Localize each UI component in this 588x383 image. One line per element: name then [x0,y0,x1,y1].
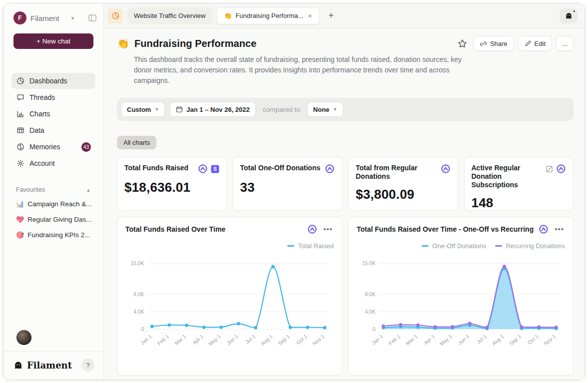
sidebar-item-account[interactable]: Account [11,155,95,171]
compared-to-label: compared to [261,106,302,113]
chart-legend: One-Off DonationsRecurring Donations [357,242,565,250]
sidebar-item-dashboards[interactable]: Dashboards [11,73,95,89]
svg-text:Sep 1: Sep 1 [277,334,291,347]
tab-website-traffic-overview[interactable]: Website Traffic Overview [127,7,212,24]
sidebar-item-label: Memories [29,143,60,151]
svg-text:Sep 1: Sep 1 [509,334,523,347]
svg-text:4.0K: 4.0K [133,309,144,315]
link-icon [480,40,487,47]
svg-text:Jan 1: Jan 1 [139,334,153,346]
sidebar-item-memories[interactable]: Memories43 [11,139,95,155]
stripe-icon: S [211,165,219,173]
svg-text:0: 0 [141,327,144,332]
kpi-card-total-funds-raised: Total Funds RaisedS$18,636.01 [117,157,227,211]
svg-text:15.0K: 15.0K [362,261,375,266]
svg-text:Apr 1: Apr 1 [423,334,436,346]
chevron-down-icon: ▼ [154,107,159,112]
peak-circle-icon [325,164,335,174]
all-charts-filter-button[interactable]: All charts [117,136,156,149]
pie-chart-icon [111,11,120,20]
tabs: Website Traffic Overview👏Fundraising Per… [127,7,320,24]
sidebar-item-label: Dashboards [29,77,67,85]
favourite-emoji-icon: 🎯 [16,231,24,239]
card-value: 33 [240,180,335,195]
tab-fundraising-performa[interactable]: 👏Fundraising Performa...× [216,7,319,24]
favourite-emoji-icon: 💖 [16,216,24,223]
chart-more-button[interactable]: ••• [322,226,334,233]
tab-label: Website Traffic Overview [134,12,205,19]
legend-item-total-raised: Total Raised [287,242,334,250]
favourite-item-fundraising-kpis-2[interactable]: 🎯Fundraising KPIs 2... [11,227,95,243]
sidebar-item-label: Data [29,126,44,134]
svg-text:Oct 1: Oct 1 [295,334,308,346]
svg-text:Oct 1: Oct 1 [527,334,540,346]
close-tab-button[interactable]: × [307,12,312,20]
svg-text:Jul 1: Jul 1 [476,334,488,345]
bar-chart-icon [16,110,24,118]
collapse-sidebar-button[interactable] [88,14,96,21]
card-title: Total Funds Raised [124,164,195,172]
date-range-picker[interactable]: Jan 1 – Nov 26, 2022 [170,102,255,117]
svg-text:4.0K: 4.0K [365,309,375,315]
speech-bubble-icon [16,93,24,101]
favourite-item-campaign-reach[interactable]: 📊Campaign Reach &... [11,196,95,212]
more-actions-button[interactable]: … [556,36,574,51]
dashboards-home-button[interactable] [108,8,123,23]
svg-text:Jul 1: Jul 1 [244,334,256,345]
chart-legend: Total Raised [125,242,334,250]
chart-plot: 04.0K8.0K15.0KJan 1Feb 1Mar 1Apr 1May 1J… [125,252,334,371]
dashboard-content: 👏 Fundraising Performance Share Edit [104,28,585,380]
share-button[interactable]: Share [473,36,514,51]
sidebar-item-threads[interactable]: Threads [11,89,95,105]
svg-text:Feb 1: Feb 1 [156,334,170,347]
peak-circle-icon [198,164,208,174]
favourites-header[interactable]: Favourites ▲ [16,186,91,193]
peak-circle-icon [539,224,549,234]
pie-chart-icon [16,77,24,85]
peak-circle-icon [441,164,451,174]
kpi-card-total-one-off-donations: Total One-Off Donations33 [233,157,343,211]
svg-text:May 1: May 1 [207,334,222,347]
sidebar-item-label: Threads [29,93,55,101]
comparison-dropdown[interactable]: None ▼ [307,102,343,117]
sidebar-item-charts[interactable]: Charts [11,106,95,122]
favourite-item-regular-giving-das[interactable]: 💖Regular Giving Das... [11,212,95,227]
legend-item-recurring-donations: Recurring Donations [495,242,565,250]
card-value: 148 [472,195,567,211]
dashboard-emoji: 👏 [117,37,129,49]
new-tab-button[interactable]: + [324,10,339,21]
panel-icon [88,14,96,21]
share-label: Share [490,40,508,47]
ghost-icon [565,11,573,20]
svg-text:15.0K: 15.0K [130,261,144,266]
chart-plot: 04.0K8.0K15.0KJan 1Feb 1Mar 1Apr 1May 1J… [357,252,565,371]
filter-bar: Custom ▼ Jan 1 – Nov 26, 2022 compared t… [117,98,574,121]
favorite-star-button[interactable] [456,37,469,50]
edit-button[interactable]: Edit [518,36,552,51]
workspace-switcher[interactable]: F Filament ▼ [3,3,103,29]
user-avatar[interactable] [16,330,31,345]
sidebar-item-data[interactable]: Data [11,122,95,138]
workspace-name: Filament [30,14,59,22]
favourite-label: Regular Giving Das... [27,216,91,223]
chart-more-button[interactable]: ••• [554,226,565,233]
sidebar: F Filament ▼ + New chat DashboardsThread… [3,3,104,380]
svg-text:Jan 1: Jan 1 [371,334,384,346]
peak-circle-icon [307,224,317,234]
chevron-down-icon: ▼ [333,107,337,112]
svg-text:Mar 1: Mar 1 [405,334,419,347]
assistant-button[interactable]: ✦ [560,8,578,23]
card-value: $3,800.09 [356,187,451,202]
favourite-label: Fundraising KPIs 2... [27,231,90,239]
help-button[interactable]: ? [81,359,94,372]
range-type-dropdown[interactable]: Custom ▼ [121,102,165,117]
edit-label: Edit [535,40,546,47]
svg-text:Aug 1: Aug 1 [260,334,274,347]
svg-text:Aug 1: Aug 1 [491,334,505,347]
comparison-value: None [313,106,330,113]
date-range-value: Jan 1 – Nov 26, 2022 [186,106,249,113]
tab-label: Fundraising Performa... [236,12,304,19]
svg-text:S: S [213,166,216,172]
svg-text:8.0K: 8.0K [365,292,375,297]
new-chat-button[interactable]: + New chat [13,33,93,49]
